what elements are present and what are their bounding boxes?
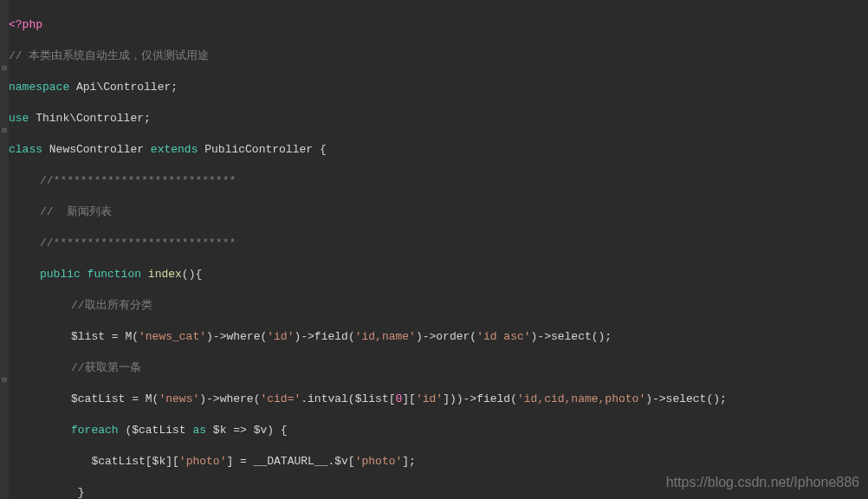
comment: // 新闻列表 — [40, 205, 112, 218]
string: 'id' — [267, 330, 294, 343]
keyword: as — [192, 424, 206, 437]
comment: //获取第一条 — [71, 361, 141, 374]
text: (){ — [182, 268, 202, 281]
text: } — [71, 486, 85, 499]
keyword: public — [40, 268, 81, 281]
class-name: NewsController — [42, 143, 151, 156]
comment: // 本类由系统自动生成，仅供测试用途 — [9, 49, 209, 62]
text: )->select(); — [531, 330, 612, 343]
function-name: index — [141, 268, 182, 281]
text: ] = __DATAURL__.$v[ — [226, 455, 354, 468]
watermark: https://blog.csdn.net/Iphone886 — [666, 475, 859, 490]
text: Api\Controller; — [69, 81, 178, 94]
fold-gutter: ⊟ ⊟ ⊟ — [0, 0, 9, 499]
text: ]))->field( — [443, 392, 517, 405]
text: $list = M( — [71, 330, 139, 343]
text: .intval($list[ — [301, 392, 395, 405]
text: ($catList — [119, 424, 193, 437]
comment: //取出所有分类 — [71, 299, 152, 312]
string: 'news_cat' — [139, 330, 206, 343]
text: Think\Controller; — [29, 112, 150, 125]
text: )->where( — [199, 392, 260, 405]
text: ]; — [402, 455, 416, 468]
text: )->where( — [206, 330, 267, 343]
fold-marker[interactable]: ⊟ — [0, 64, 9, 73]
text: $catList = M( — [71, 392, 159, 405]
string: 'id' — [416, 392, 443, 405]
text: $k => $v) { — [206, 424, 288, 437]
string: 'cid=' — [260, 392, 301, 405]
text: PublicController { — [198, 143, 326, 156]
comment: //*************************** — [40, 174, 236, 187]
keyword: use — [9, 112, 29, 125]
string: 'id,name' — [355, 330, 416, 343]
string: 'photo' — [355, 455, 403, 468]
string: 'photo' — [179, 455, 227, 468]
code-editor[interactable]: <?php // 本类由系统自动生成，仅供测试用途 namespace Api\… — [0, 0, 868, 499]
keyword: class — [9, 143, 42, 156]
keyword: function — [81, 268, 141, 281]
text: ][ — [402, 392, 416, 405]
keyword: namespace — [9, 81, 69, 94]
text: )->select(); — [645, 392, 727, 405]
string: 'id asc' — [476, 330, 530, 343]
fold-marker[interactable]: ⊟ — [0, 376, 9, 385]
comment: //*************************** — [40, 237, 236, 250]
keyword: foreach — [71, 424, 119, 437]
php-tag: <?php — [9, 18, 42, 31]
text: )->field( — [294, 330, 354, 343]
text: $catList[$k][ — [71, 455, 179, 468]
string: 'id,cid,name,photo' — [517, 392, 645, 405]
text: )->order( — [416, 330, 476, 343]
fold-marker[interactable]: ⊟ — [0, 126, 9, 135]
keyword: extends — [151, 143, 198, 156]
string: 'news' — [159, 392, 199, 405]
